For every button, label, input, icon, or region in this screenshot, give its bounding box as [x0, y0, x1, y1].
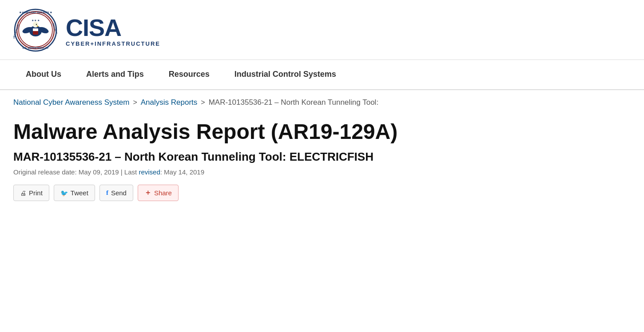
revised-date: : May 14, 2019	[160, 168, 204, 176]
cisa-tagline: CYBER+INFRASTRUCTURE	[66, 40, 160, 47]
nav-resources[interactable]: Resources	[156, 60, 222, 90]
breadcrumb: National Cyber Awareness System > Analys…	[0, 90, 644, 111]
action-buttons: 🖨 Print 🐦 Tweet f Send ＋ Share	[13, 185, 631, 201]
svg-text:★ ★ ★: ★ ★ ★	[32, 19, 40, 22]
site-header: ★ ★ ★ U.S. DEPARTMENT OF ★ HOMELAND SECU…	[0, 0, 644, 60]
svg-rect-13	[33, 31, 38, 33]
tweet-icon: 🐦	[60, 190, 68, 197]
print-button[interactable]: 🖨 Print	[13, 185, 49, 201]
svg-point-8	[36, 24, 37, 25]
main-nav: About Us Alerts and Tips Resources Indus…	[0, 60, 644, 90]
report-subtitle: MAR-10135536-21 – North Korean Tunneling…	[13, 150, 631, 164]
print-icon: 🖨	[20, 190, 26, 197]
svg-text:★ HOMELAND SECURITY ★: ★ HOMELAND SECURITY ★	[19, 11, 52, 14]
breadcrumb-current: MAR-10135536-21 – North Korean Tunneling…	[209, 98, 378, 107]
send-label: Send	[111, 189, 127, 197]
tweet-label: Tweet	[71, 189, 88, 197]
nav-about-us[interactable]: About Us	[13, 60, 74, 90]
share-button[interactable]: ＋ Share	[138, 185, 179, 201]
revised-link[interactable]: revised	[139, 168, 160, 176]
print-label: Print	[29, 189, 43, 197]
facebook-icon: f	[106, 189, 108, 197]
share-label: Share	[154, 189, 172, 197]
breadcrumb-ncas[interactable]: National Cyber Awareness System	[13, 98, 129, 107]
page-title: Malware Analysis Report (AR19-129A)	[13, 119, 631, 144]
svg-rect-12	[33, 28, 38, 31]
cisa-logo: CISA CYBER+INFRASTRUCTURE	[66, 16, 160, 47]
dhs-seal: ★ ★ ★ U.S. DEPARTMENT OF ★ HOMELAND SECU…	[13, 8, 58, 54]
share-icon: ＋	[144, 188, 151, 198]
send-button[interactable]: f Send	[99, 185, 133, 201]
breadcrumb-sep-2: >	[201, 99, 205, 107]
release-date-text: Original release date: May 09, 2019 | La…	[13, 168, 137, 176]
svg-text:U.S. DEPARTMENT OF: U.S. DEPARTMENT OF	[22, 47, 49, 49]
tweet-button[interactable]: 🐦 Tweet	[54, 185, 95, 201]
breadcrumb-analysis-reports[interactable]: Analysis Reports	[141, 98, 198, 107]
release-info: Original release date: May 09, 2019 | La…	[13, 168, 631, 176]
nav-alerts-tips[interactable]: Alerts and Tips	[74, 60, 156, 90]
cisa-name: CISA	[66, 16, 160, 40]
main-content: Malware Analysis Report (AR19-129A) MAR-…	[0, 111, 644, 219]
breadcrumb-sep-1: >	[133, 99, 137, 107]
nav-ics[interactable]: Industrial Control Systems	[222, 60, 349, 90]
